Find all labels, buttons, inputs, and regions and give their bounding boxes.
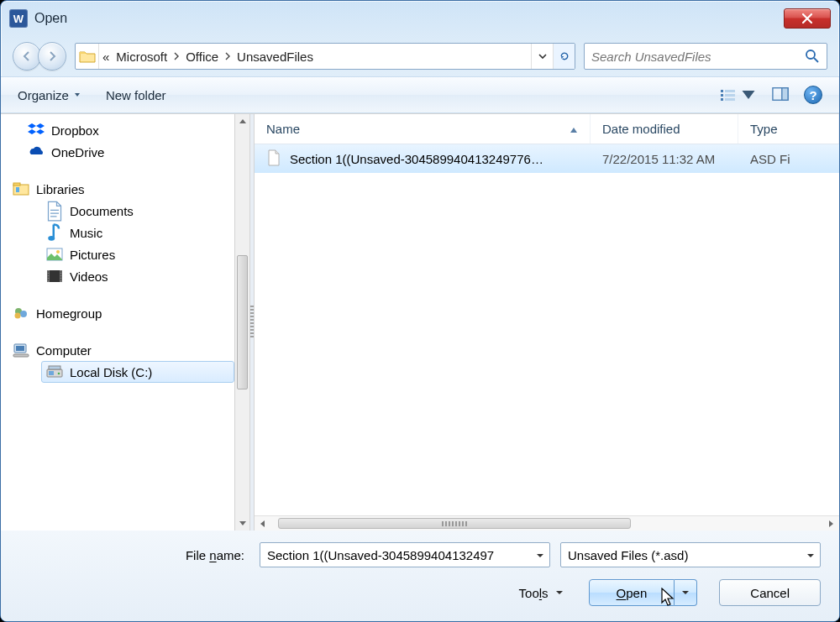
open-button-dropdown[interactable] [675, 579, 697, 606]
sidebar-label: Dropbox [51, 123, 99, 138]
sidebar-label: Pictures [70, 248, 115, 262]
sidebar-item-documents[interactable]: Documents [41, 200, 234, 222]
file-type-filter[interactable]: Unsaved Files (*.asd) [560, 542, 821, 567]
svg-point-18 [48, 271, 50, 273]
svg-rect-6 [725, 98, 735, 101]
sidebar-label: Documents [70, 204, 134, 218]
svg-rect-35 [49, 366, 60, 369]
folder-icon [76, 44, 99, 69]
address-dropdown[interactable] [531, 44, 553, 69]
svg-point-24 [60, 276, 62, 278]
cancel-button[interactable]: Cancel [719, 579, 821, 606]
svg-rect-9 [13, 185, 29, 195]
sidebar-item-computer[interactable]: Computer [8, 339, 234, 361]
file-date: 7/22/2015 11:32 AM [591, 152, 738, 166]
sidebar-label: Videos [70, 269, 108, 284]
view-icon [720, 86, 737, 103]
scroll-right-icon[interactable] [824, 516, 839, 531]
address-bar[interactable]: « Microsoft Office UnsavedFiles [75, 43, 575, 70]
column-date[interactable]: Date modified [591, 114, 738, 144]
chevron-down-icon [740, 86, 757, 103]
forward-button[interactable] [38, 42, 66, 71]
scrollbar-thumb[interactable] [237, 255, 248, 389]
file-name: Section 1((Unsaved-304589940413249776… [290, 152, 543, 166]
breadcrumb-prefix: « [99, 44, 113, 69]
computer-icon [13, 342, 29, 358]
open-button[interactable]: Open [589, 579, 675, 606]
close-icon [801, 13, 813, 24]
new-folder-button[interactable]: New folder [106, 88, 166, 102]
scroll-down-icon[interactable] [235, 515, 249, 531]
music-icon [46, 225, 63, 240]
sidebar-label: OneDrive [51, 145, 104, 159]
sidebar-item-onedrive[interactable]: OneDrive [23, 141, 234, 163]
sidebar-item-music[interactable]: Music [41, 222, 234, 243]
svg-point-0 [806, 50, 815, 59]
breadcrumb-office[interactable]: Office [182, 44, 222, 69]
tools-menu[interactable]: Tools [519, 586, 564, 600]
filename-combobox[interactable]: Section 1((Unsaved-3045899404132497 [260, 542, 550, 567]
horizontal-scrollbar[interactable] [255, 515, 839, 531]
sidebar-scrollbar[interactable] [234, 114, 249, 531]
svg-point-28 [15, 313, 21, 319]
scroll-up-icon[interactable] [235, 114, 249, 129]
chevron-down-icon [681, 588, 690, 597]
svg-rect-3 [721, 94, 723, 97]
scrollbar-thumb[interactable] [278, 518, 631, 529]
svg-rect-33 [49, 371, 54, 375]
chevron-right-icon[interactable] [222, 44, 234, 69]
search-input[interactable] [591, 50, 800, 64]
search-box[interactable] [584, 43, 827, 70]
chevron-right-icon[interactable] [171, 44, 182, 69]
svg-point-21 [48, 279, 50, 280]
chevron-down-icon [555, 588, 564, 597]
word-app-icon: W [9, 9, 28, 28]
back-button[interactable] [13, 42, 41, 71]
column-type[interactable]: Type [738, 114, 839, 144]
svg-point-14 [56, 250, 60, 254]
filename-value: Section 1((Unsaved-3045899404132497 [267, 548, 494, 562]
refresh-icon [559, 51, 570, 61]
help-button[interactable]: ? [804, 86, 822, 104]
column-label: Type [750, 122, 778, 136]
onedrive-icon [28, 144, 45, 159]
scroll-left-icon[interactable] [255, 516, 270, 531]
sidebar-item-pictures[interactable]: Pictures [41, 243, 234, 265]
pictures-icon [46, 247, 63, 262]
file-row[interactable]: Section 1((Unsaved-304589940413249776… 7… [255, 144, 839, 173]
svg-rect-1 [721, 90, 723, 92]
documents-icon [46, 203, 63, 218]
column-name[interactable]: Name [255, 114, 591, 144]
disk-icon [46, 364, 63, 379]
breadcrumb-microsoft[interactable]: Microsoft [113, 44, 171, 69]
svg-point-27 [20, 311, 27, 317]
filter-value: Unsaved Files (*.asd) [568, 548, 688, 562]
breadcrumb-unsavedfiles[interactable]: UnsavedFiles [234, 44, 317, 69]
refresh-button[interactable] [553, 44, 575, 69]
organize-menu[interactable]: Organize [18, 88, 81, 102]
preview-pane-icon [772, 86, 789, 102]
sidebar-label: Computer [36, 343, 92, 358]
preview-pane-button[interactable] [772, 86, 789, 105]
sidebar-item-local-disk[interactable]: Local Disk (C:) [41, 361, 234, 383]
sidebar-item-libraries[interactable]: Libraries [8, 178, 234, 200]
chevron-down-icon [806, 548, 815, 562]
chevron-down-icon [538, 51, 548, 61]
view-options-button[interactable] [720, 86, 757, 103]
sidebar-item-dropbox[interactable]: Dropbox [23, 119, 234, 141]
libraries-icon [13, 181, 29, 196]
column-label: Date modified [602, 122, 680, 136]
svg-rect-11 [16, 187, 19, 192]
svg-point-25 [60, 279, 62, 280]
arrow-left-icon [22, 51, 32, 61]
sort-asc-icon [570, 122, 578, 136]
sidebar-item-homegroup[interactable]: Homegroup [8, 302, 234, 324]
file-icon [266, 149, 281, 169]
navigation-tree[interactable]: Dropbox OneDrive Libraries [1, 114, 234, 531]
svg-point-34 [58, 373, 60, 375]
dropbox-icon [28, 123, 45, 138]
sidebar-item-videos[interactable]: Videos [41, 265, 234, 287]
close-button[interactable] [784, 8, 831, 29]
organize-label: Organize [18, 88, 69, 102]
sidebar-label: Libraries [36, 182, 85, 196]
